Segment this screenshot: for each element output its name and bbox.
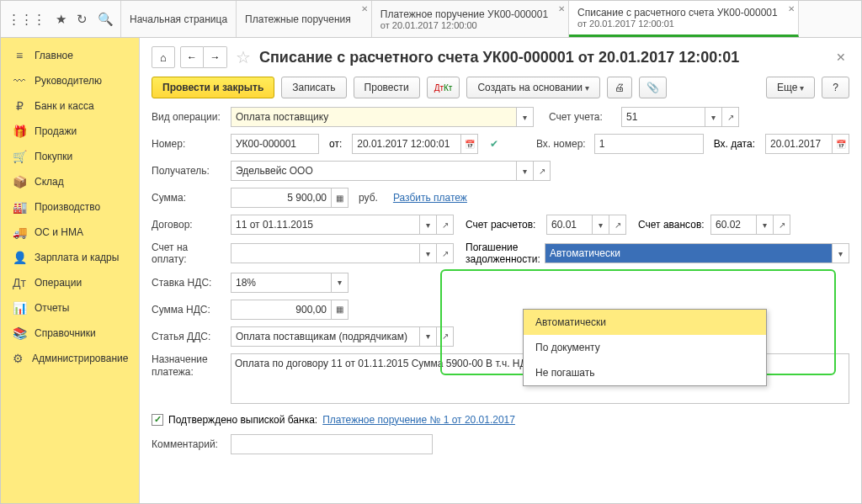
page-title: Списание с расчетного счета УК00-000001 …	[259, 49, 739, 66]
close-icon[interactable]: ✕	[558, 4, 565, 13]
account-input[interactable]	[621, 107, 705, 127]
sidebar-item-operations[interactable]: ДтОперации	[1, 270, 139, 295]
tab-payment-order[interactable]: Платежное поручение УК00-000001от 20.01.…	[372, 1, 569, 37]
comment-input[interactable]	[231, 434, 433, 454]
post-button[interactable]: Провести	[354, 77, 420, 98]
contract-input[interactable]	[231, 215, 420, 235]
split-payment-link[interactable]: Разбить платеж	[393, 192, 467, 204]
apps-icon[interactable]: ⋮⋮⋮	[8, 12, 45, 27]
chevron-down-icon[interactable]: ▾	[593, 215, 609, 235]
attach-button[interactable]: 📎	[639, 77, 667, 98]
number-input[interactable]	[231, 134, 319, 154]
search-icon[interactable]: 🔍	[98, 12, 114, 27]
calendar-icon[interactable]: 📅	[833, 134, 849, 154]
menu-icon: ≡	[13, 49, 26, 62]
vat-rate-label: Ставка НДС:	[152, 277, 226, 289]
gift-icon: 🎁	[13, 125, 26, 138]
open-icon[interactable]: ↗	[437, 326, 454, 347]
open-icon[interactable]: ↗	[609, 215, 626, 235]
comment-label: Комментарий:	[152, 438, 226, 450]
settle-acc-input[interactable]	[546, 215, 593, 235]
chevron-down-icon[interactable]: ▾	[517, 161, 534, 181]
back-button[interactable]: ←	[180, 46, 204, 68]
dd-option-bydoc[interactable]: По документу	[524, 335, 766, 360]
purpose-label: Назначение платежа:	[152, 353, 226, 379]
incoming-date-input[interactable]	[765, 134, 833, 154]
open-icon[interactable]: ↗	[534, 161, 551, 181]
open-icon[interactable]: ↗	[437, 215, 454, 235]
payee-input[interactable]	[231, 161, 517, 181]
history-icon[interactable]: ↻	[77, 12, 88, 27]
currency-label: руб.	[359, 192, 378, 204]
sidebar-item-warehouse[interactable]: 📦Склад	[1, 169, 139, 194]
calculator-icon[interactable]: ▦	[332, 300, 349, 320]
optype-input[interactable]	[231, 107, 517, 127]
tab-bank-writeoff[interactable]: Списание с расчетного счета УК00-000001о…	[569, 1, 799, 37]
close-icon[interactable]: ✕	[788, 4, 795, 13]
sidebar-item-bank[interactable]: ₽Банк и касса	[1, 93, 139, 119]
books-icon: 📚	[13, 326, 26, 340]
chevron-down-icon[interactable]: ▾	[833, 243, 849, 263]
chevron-down-icon[interactable]: ▾	[420, 243, 437, 263]
favorite-icon[interactable]: ☆	[236, 47, 251, 67]
vat-sum-label: Сумма НДС:	[152, 304, 226, 316]
dd-option-auto[interactable]: Автоматически	[524, 310, 766, 335]
home-button[interactable]: ⌂	[152, 46, 175, 68]
advance-acc-input[interactable]	[710, 215, 757, 235]
debt-input[interactable]	[545, 243, 833, 263]
star-icon[interactable]: ★	[56, 12, 67, 27]
close-icon[interactable]: ✕	[361, 4, 368, 13]
dd-option-none[interactable]: Не погашать	[524, 360, 766, 385]
chevron-down-icon[interactable]: ▾	[332, 273, 349, 293]
open-icon[interactable]: ↗	[774, 215, 790, 235]
chart-icon: 〰	[13, 74, 26, 88]
sidebar-item-reports[interactable]: 📊Отчеты	[1, 295, 139, 321]
confirmed-label: Подтверждено выпиской банка:	[168, 414, 317, 426]
date-input[interactable]	[352, 134, 461, 154]
close-page-button[interactable]: ✕	[833, 50, 849, 64]
tab-home[interactable]: Начальная страница	[121, 1, 237, 37]
save-button[interactable]: Записать	[281, 77, 346, 98]
sidebar-item-admin[interactable]: ⚙Администрирование	[1, 346, 139, 371]
sum-label: Сумма:	[152, 192, 226, 204]
more-button[interactable]: Еще	[766, 77, 815, 98]
help-button[interactable]: ?	[822, 77, 849, 98]
incoming-date-label: Вх. дата:	[714, 138, 755, 150]
print-button[interactable]: 🖨	[607, 77, 632, 98]
dds-input[interactable]	[231, 326, 420, 347]
post-close-button[interactable]: Провести и закрыть	[152, 77, 274, 98]
sidebar-item-purchases[interactable]: 🛒Покупки	[1, 144, 139, 169]
chevron-down-icon[interactable]: ▾	[420, 215, 437, 235]
number-label: Номер:	[152, 138, 226, 150]
vat-rate-input[interactable]	[231, 273, 332, 293]
sidebar-item-catalogs[interactable]: 📚Справочники	[1, 321, 139, 346]
sum-input[interactable]	[231, 188, 332, 208]
confirmed-checkbox[interactable]: ✓	[152, 414, 163, 426]
sidebar-item-salary[interactable]: 👤Зарплата и кадры	[1, 245, 139, 270]
chevron-down-icon[interactable]: ▾	[420, 326, 437, 347]
bars-icon: 📊	[13, 301, 26, 315]
sidebar-item-sales[interactable]: 🎁Продажи	[1, 119, 139, 144]
incoming-no-input[interactable]	[594, 134, 704, 154]
calendar-icon[interactable]: 📅	[461, 134, 478, 154]
chevron-down-icon[interactable]: ▾	[517, 107, 534, 127]
create-based-button[interactable]: Создать на основании	[466, 77, 599, 98]
sidebar-item-manager[interactable]: 〰Руководителю	[1, 68, 139, 93]
sidebar-item-main[interactable]: ≡Главное	[1, 43, 139, 68]
invoice-input[interactable]	[231, 243, 420, 263]
settle-acc-label: Счет расчетов:	[466, 219, 541, 231]
sidebar-item-production[interactable]: 🏭Производство	[1, 194, 139, 220]
forward-button[interactable]: →	[204, 46, 227, 68]
chevron-down-icon[interactable]: ▾	[757, 215, 774, 235]
ruble-icon: ₽	[13, 99, 26, 113]
calculator-icon[interactable]: ▦	[332, 188, 349, 208]
vat-sum-input[interactable]	[231, 300, 332, 320]
open-icon[interactable]: ↗	[722, 107, 739, 127]
chevron-down-icon[interactable]: ▾	[705, 107, 722, 127]
open-icon[interactable]: ↗	[437, 243, 454, 263]
sidebar-item-assets[interactable]: 🚚ОС и НМА	[1, 220, 139, 245]
dk-button[interactable]: ДтКт	[427, 77, 460, 98]
dds-label: Статья ДДС:	[152, 331, 226, 342]
confirmed-link[interactable]: Платежное поручение № 1 от 20.01.2017	[322, 414, 515, 426]
tab-payment-orders[interactable]: Платежные поручения✕	[237, 1, 372, 37]
